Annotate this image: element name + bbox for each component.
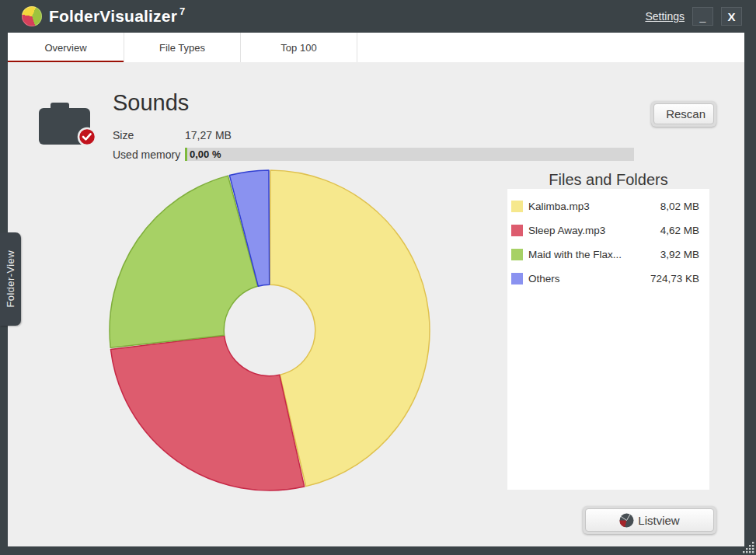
legend-item-label: Maid with the Flax... xyxy=(528,249,660,260)
used-memory-fill xyxy=(185,148,187,161)
legend-swatch-icon xyxy=(511,225,523,236)
used-memory-bar: 0,00 % xyxy=(185,148,634,161)
listview-button[interactable]: Listview xyxy=(583,506,716,534)
legend-item-size: 8,02 MB xyxy=(660,201,699,212)
app-logo-pie-icon xyxy=(22,6,42,26)
used-memory-value: 0,00 % xyxy=(190,148,221,161)
settings-link[interactable]: Settings xyxy=(645,10,685,23)
tabbar: Overview File Types Top 100 xyxy=(8,33,744,62)
chart-slice[interactable] xyxy=(110,176,258,347)
sidebar-tab-label: Folder-View xyxy=(5,250,16,308)
legend-row[interactable]: Sleep Away.mp3 4,62 MB xyxy=(507,218,709,243)
page-title: Sounds xyxy=(113,90,189,116)
legend-item-size: 724,73 KB xyxy=(650,273,699,284)
titlebar: FolderVisualizer 7 Settings _ X xyxy=(0,0,756,33)
content-area: Sounds Size 17,27 MB Used memory 0,00 % … xyxy=(8,62,744,546)
legend-panel: Kalimba.mp3 8,02 MB Sleep Away.mp3 4,62 … xyxy=(507,189,709,490)
legend-swatch-icon xyxy=(511,273,523,284)
tab-top-100[interactable]: Top 100 xyxy=(241,33,357,62)
legend-row[interactable]: Kalimba.mp3 8,02 MB xyxy=(507,194,709,218)
legend-item-label: Others xyxy=(528,273,650,284)
size-label: Size xyxy=(113,129,134,141)
legend-row[interactable]: Others 724,73 KB xyxy=(507,267,709,291)
legend-item-size: 4,62 MB xyxy=(660,225,699,236)
legend-item-label: Kalimba.mp3 xyxy=(528,201,660,212)
app-window: FolderVisualizer 7 Settings _ X Overview… xyxy=(0,0,756,555)
donut-chart xyxy=(101,162,438,499)
size-value: 17,27 MB xyxy=(185,129,232,141)
close-button[interactable]: X xyxy=(721,7,742,26)
resize-grip[interactable] xyxy=(743,542,754,553)
sidebar-tab-folder-view[interactable]: Folder-View xyxy=(0,232,21,326)
tab-file-types[interactable]: File Types xyxy=(124,33,241,62)
tab-overview[interactable]: Overview xyxy=(8,33,124,62)
used-memory-label: Used memory xyxy=(113,148,180,161)
legend-panel-title: Files and Folders xyxy=(507,171,709,189)
rescan-button[interactable]: Rescan xyxy=(651,101,716,127)
listview-pie-icon xyxy=(619,513,634,528)
app-title: FolderVisualizer xyxy=(49,7,177,26)
legend-swatch-icon xyxy=(511,201,523,212)
rescan-label: Rescan xyxy=(666,107,705,120)
folder-icon xyxy=(39,101,98,148)
legend-item-size: 3,92 MB xyxy=(660,249,699,260)
app-version: 7 xyxy=(179,5,185,17)
legend-row[interactable]: Maid with the Flax... 3,92 MB xyxy=(507,243,709,267)
legend-item-label: Sleep Away.mp3 xyxy=(528,225,660,236)
legend-swatch-icon xyxy=(511,249,523,260)
minimize-button[interactable]: _ xyxy=(692,7,713,26)
listview-label: Listview xyxy=(638,514,679,527)
chart-slice[interactable] xyxy=(110,336,304,490)
